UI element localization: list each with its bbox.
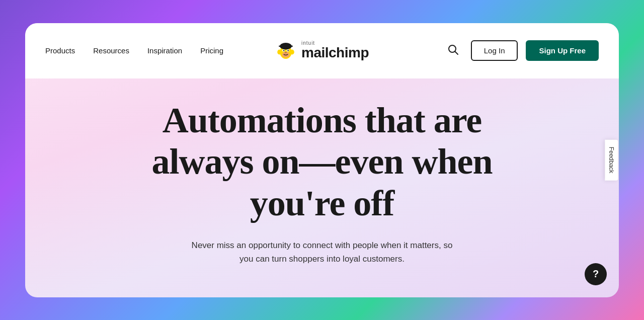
search-button[interactable]	[444, 40, 463, 61]
main-card: Products Resources Inspiration Pricing	[25, 23, 619, 297]
signup-button[interactable]: Sign Up Free	[526, 40, 599, 61]
feedback-tab[interactable]: Feedback	[605, 140, 618, 181]
svg-point-8	[290, 49, 294, 54]
help-button[interactable]: ?	[585, 263, 607, 285]
svg-point-4	[283, 50, 285, 51]
nav-pricing[interactable]: Pricing	[200, 46, 223, 55]
mailchimp-logo-icon	[275, 40, 296, 61]
hero-subtitle: Never miss an opportunity to connect wit…	[186, 238, 458, 266]
logo-container[interactable]: intuit mailchimp	[275, 40, 369, 61]
svg-line-12	[455, 52, 458, 55]
hero-title: Automations that are always on—even when…	[146, 100, 498, 224]
svg-point-10	[279, 45, 293, 47]
svg-point-5	[287, 50, 289, 51]
nav-products[interactable]: Products	[45, 46, 75, 55]
nav-right: Log In Sign Up Free	[444, 40, 599, 61]
login-button[interactable]: Log In	[471, 40, 518, 61]
navbar: Products Resources Inspiration Pricing	[25, 23, 619, 78]
hero-section: Automations that are always on—even when…	[25, 78, 619, 297]
brand-label: mailchimp	[301, 45, 369, 60]
svg-point-6	[284, 51, 287, 53]
nav-resources[interactable]: Resources	[93, 46, 129, 55]
search-icon	[448, 44, 459, 55]
logo-text-group: intuit mailchimp	[301, 40, 369, 61]
logo-area: intuit mailchimp	[275, 40, 369, 61]
nav-inspiration[interactable]: Inspiration	[147, 46, 182, 55]
nav-left: Products Resources Inspiration Pricing	[45, 46, 223, 55]
svg-point-7	[277, 49, 281, 54]
